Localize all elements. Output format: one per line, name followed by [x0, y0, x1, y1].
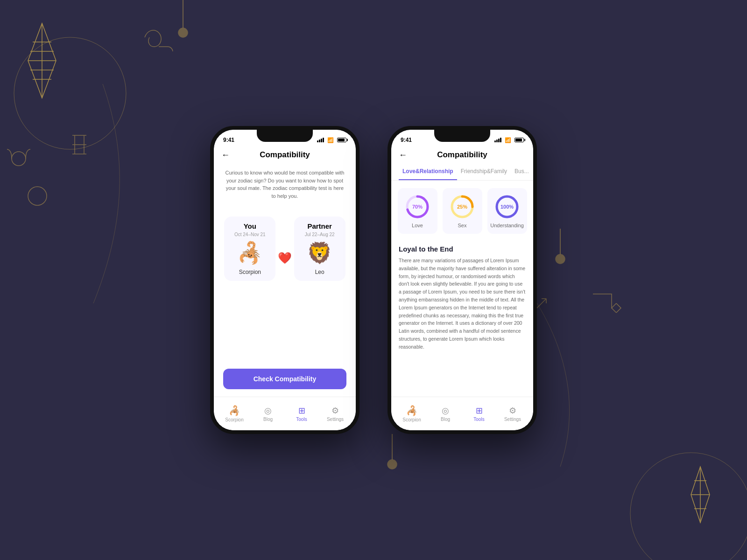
phone-1-header: ← Compatibility [214, 147, 356, 163]
partner-zodiac-name: Leo [315, 269, 324, 275]
nav-item-blog[interactable]: ◎ Blog [251, 406, 285, 422]
you-label: You [244, 222, 256, 230]
phone-2: 9:41 📶 ← Co [388, 126, 537, 434]
love-circle-card: 70% Love [398, 188, 437, 234]
wifi-icon-2: 📶 [505, 137, 511, 143]
nav-item-scorpion[interactable]: 🦂 Scorpion [218, 405, 251, 422]
tools-nav-icon-2: ⊞ [476, 406, 483, 416]
nav-item-settings[interactable]: ⚙ Settings [318, 406, 352, 422]
understanding-percent: 100% [500, 204, 514, 210]
tab-business[interactable]: Bus... [511, 163, 533, 180]
tab-friendship-family[interactable]: Friendship&Family [457, 163, 511, 180]
nav-item-scorpion-2[interactable]: 🦂 Scorpion [395, 405, 429, 422]
nav-item-tools-2[interactable]: ⊞ Tools [462, 406, 496, 422]
blog-nav-icon-2: ◎ [442, 406, 449, 416]
phone-1-notch [257, 130, 313, 142]
page-title: Compatibility [260, 150, 310, 160]
phone-1-status-icons: 📶 [317, 137, 346, 143]
heart-divider: ❤️ [278, 235, 292, 281]
signal-icon-2 [494, 138, 501, 142]
tools-nav-icon: ⊞ [298, 406, 305, 416]
phone-2-screen: 9:41 📶 ← Co [391, 130, 533, 430]
nav-label-blog-2: Blog [441, 417, 450, 422]
phone-1-screen: 9:41 📶 ← Co [214, 130, 356, 430]
phone-2-content: Love&Relationship Friendship&Family Bus.… [391, 163, 533, 430]
love-label: Love [412, 223, 423, 228]
phone-2-time: 9:41 [401, 137, 412, 143]
scorpion-nav-icon-2: 🦂 [406, 405, 418, 416]
nav-item-settings-2[interactable]: ⚙ Settings [496, 406, 529, 422]
page-title-2: Compatibility [437, 150, 487, 160]
circles-row: 70% Love 25% Sex [391, 181, 533, 241]
tab-love-relationship[interactable]: Love&Relationship [399, 163, 457, 180]
battery-icon [337, 138, 346, 142]
svg-point-9 [28, 187, 47, 205]
compat-description: Loyal to the End There are many variatio… [391, 241, 533, 397]
nav-label-tools: Tools [296, 417, 307, 422]
you-zodiac-emoji: 🦂 [237, 241, 263, 265]
nav-label-blog: Blog [263, 417, 273, 422]
nav-item-blog-2[interactable]: ◎ Blog [429, 406, 462, 422]
sex-circle-chart: 25% [449, 194, 475, 220]
understanding-circle-chart: 100% [494, 194, 520, 220]
phone-2-bottom-nav: 🦂 Scorpion ◎ Blog ⊞ Tools ⚙ Settings [391, 397, 533, 430]
svg-point-14 [556, 254, 565, 264]
compatibility-section: You Oct 24–Nov 21 🦂 Scorpion ❤️ Partner … [214, 209, 356, 288]
phone-2-status-icons: 📶 [494, 137, 524, 143]
you-card: You Oct 24–Nov 21 🦂 Scorpion [224, 217, 275, 281]
phone-1-bottom-nav: 🦂 Scorpion ◎ Blog ⊞ Tools ⚙ Settings [214, 397, 356, 430]
nav-label-scorpion-2: Scorpion [402, 417, 421, 422]
sex-circle-card: 25% Sex [443, 188, 482, 234]
phone-2-notch [434, 130, 490, 142]
sex-percent: 25% [457, 204, 467, 210]
partner-label: Partner [307, 222, 332, 230]
back-button-2[interactable]: ← [399, 150, 407, 160]
back-button[interactable]: ← [221, 150, 230, 160]
tab-bar: Love&Relationship Friendship&Family Bus.… [391, 163, 533, 181]
settings-nav-icon-2: ⚙ [509, 406, 516, 416]
compat-title: Loyal to the End [399, 245, 526, 253]
svg-point-16 [388, 460, 397, 469]
blog-nav-icon: ◎ [264, 406, 272, 416]
svg-point-2 [178, 28, 188, 37]
scorpion-nav-icon: 🦂 [229, 405, 240, 416]
partner-zodiac-emoji: 🦁 [307, 241, 332, 265]
signal-icon [317, 138, 324, 142]
svg-point-3 [12, 152, 26, 166]
phone-1-time: 9:41 [223, 137, 234, 143]
svg-point-17 [630, 453, 747, 560]
phone-2-header: ← Compatibility [391, 147, 533, 163]
love-percent: 70% [412, 204, 423, 210]
nav-label-scorpion: Scorpion [225, 417, 243, 422]
check-compatibility-button[interactable]: Check Compatibility [223, 369, 346, 389]
understanding-circle-card: 100% Understanding [487, 188, 527, 234]
description-text: Curious to know who would be most compat… [214, 163, 356, 205]
phone-1-content: Curious to know who would be most compat… [214, 163, 356, 430]
nav-item-tools[interactable]: ⊞ Tools [285, 406, 318, 422]
phones-container: 9:41 📶 ← Co [210, 126, 537, 434]
battery-icon-2 [514, 138, 524, 142]
you-date-range: Oct 24–Nov 21 [234, 232, 266, 237]
you-zodiac-name: Scorpion [239, 269, 261, 275]
love-circle-chart: 70% [404, 194, 430, 220]
wifi-icon: 📶 [327, 137, 334, 143]
nav-label-settings: Settings [327, 417, 344, 422]
understanding-label: Understanding [490, 223, 524, 228]
sex-label: Sex [458, 223, 467, 228]
nav-label-settings-2: Settings [504, 417, 521, 422]
partner-date-range: Jul 22–Aug 22 [305, 232, 335, 237]
phone-1: 9:41 📶 ← Co [210, 126, 359, 434]
settings-nav-icon: ⚙ [331, 406, 339, 416]
partner-card: Partner Jul 22–Aug 22 🦁 Leo [294, 217, 345, 281]
nav-label-tools-2: Tools [473, 417, 484, 422]
compat-body: There are many variations of passages of… [399, 257, 526, 351]
